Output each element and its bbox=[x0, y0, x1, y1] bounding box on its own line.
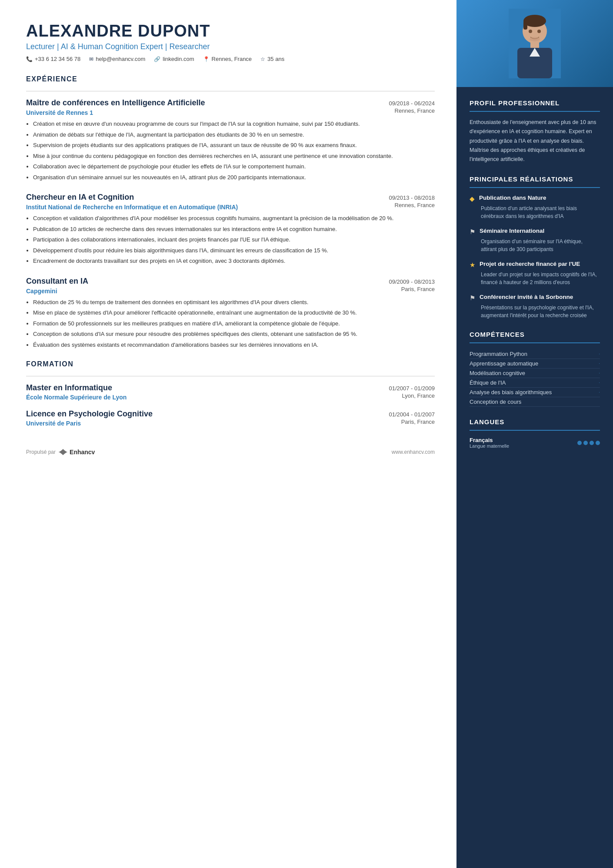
skill-name-2: Apprentissage automatique bbox=[470, 360, 538, 367]
footer-website: www.enhancv.com bbox=[392, 449, 435, 455]
edu-entry-2: Licence en Psychologie Cognitive 01/2004… bbox=[26, 409, 435, 427]
exp-title-1: Maître de conférences en Intelligence Ar… bbox=[26, 98, 205, 107]
edu-header-2: Licence en Psychologie Cognitive 01/2004… bbox=[26, 409, 435, 419]
exp-sub-3: Capgemini Paris, France bbox=[26, 286, 435, 295]
exp-org-1: Université de Rennes 1 bbox=[26, 109, 93, 116]
star-filled-icon: ★ bbox=[470, 261, 475, 269]
edu-title-1: Master en Informatique bbox=[26, 383, 112, 392]
svg-point-9 bbox=[530, 37, 540, 41]
edu-entry-1: Master en Informatique 01/2007 - 01/2009… bbox=[26, 383, 435, 401]
bullet: Évaluation des systèmes existants et rec… bbox=[33, 341, 435, 349]
exp-location-2: Rennes, France bbox=[395, 202, 435, 208]
location-icon: 📍 bbox=[203, 56, 210, 62]
contact-location: 📍 Rennes, France bbox=[203, 56, 252, 62]
exp-sub-1: Université de Rennes 1 Rennes, France bbox=[26, 107, 435, 117]
brand-name: Enhancv bbox=[70, 449, 95, 456]
exp-bullets-2: Conception et validation d'algorithmes d… bbox=[26, 214, 435, 265]
edu-title-2: Licence en Psychologie Cognitive bbox=[26, 409, 153, 419]
lang-level-1: Langue maternelle bbox=[470, 443, 509, 449]
lang-dot-3 bbox=[590, 441, 594, 445]
experience-divider bbox=[26, 91, 435, 91]
competences-divider bbox=[470, 342, 600, 343]
exp-bullets-3: Réduction de 25 % du temps de traitement… bbox=[26, 298, 435, 349]
exp-location-3: Paris, France bbox=[401, 286, 435, 292]
langues-divider bbox=[470, 430, 600, 431]
competences-section: COMPÉTENCES Programmation Python · Appre… bbox=[470, 331, 600, 407]
skill-item-2: Apprentissage automatique · bbox=[470, 359, 600, 369]
experience-entry-3: Consultant en IA 09/2009 - 08/2013 Capge… bbox=[26, 277, 435, 349]
edu-sub-2: Université de Paris Paris, France bbox=[26, 419, 435, 427]
svg-point-8 bbox=[537, 30, 541, 33]
realisation-title-1: Publication dans Nature bbox=[479, 194, 546, 202]
bullet: Supervision de projets étudiants sur des… bbox=[33, 141, 435, 150]
skill-item-1: Programmation Python · bbox=[470, 349, 600, 359]
bullet: Développement d'outils pour réduire les … bbox=[33, 246, 435, 255]
lang-dot-4 bbox=[596, 441, 600, 445]
realisation-desc-3: Leader d'un projet sur les impacts cogni… bbox=[470, 271, 600, 286]
exp-title-3: Consultant en IA bbox=[26, 277, 88, 286]
exp-date-1: 09/2018 - 06/2024 bbox=[389, 100, 435, 107]
realisation-item-3: ★ Projet de recherche financé par l'UE L… bbox=[470, 260, 600, 286]
exp-header-3: Consultant en IA 09/2009 - 08/2013 bbox=[26, 277, 435, 286]
lang-dots-1 bbox=[577, 441, 600, 445]
svg-rect-3 bbox=[523, 21, 527, 30]
profil-section: PROFIL PROFESSIONNEL Enthousiaste de l'e… bbox=[470, 99, 600, 164]
realisation-desc-1: Publication d'un article analysant les b… bbox=[470, 204, 600, 220]
skill-dot-5: · bbox=[599, 390, 600, 395]
svg-rect-4 bbox=[530, 42, 539, 48]
bullet: Conception et validation d'algorithmes d… bbox=[33, 214, 435, 223]
langues-title: LANGUES bbox=[470, 418, 600, 426]
realisation-item-4: ⚑ Conférencier invité à la Sorbonne Prés… bbox=[470, 293, 600, 319]
skill-name-5: Analyse des biais algorithmiques bbox=[470, 389, 552, 395]
realisation-header-1: ◆ Publication dans Nature bbox=[470, 194, 600, 203]
exp-org-3: Capgemini bbox=[26, 288, 57, 295]
skill-item-5: Analyse des biais algorithmiques · bbox=[470, 388, 600, 397]
footer-left: Propulsé par Enhancv bbox=[26, 449, 95, 456]
skill-item-3: Modélisation cognitive · bbox=[470, 369, 600, 378]
candidate-subtitle: Lecturer | AI & Human Cognition Expert |… bbox=[26, 42, 435, 51]
bullet: Encadrement de doctorants travaillant su… bbox=[33, 257, 435, 265]
skill-dot-3: · bbox=[599, 371, 600, 375]
star-icon: ☆ bbox=[260, 56, 265, 62]
profil-divider bbox=[470, 111, 600, 112]
edu-location-1: Lyon, France bbox=[402, 392, 435, 401]
experience-section: EXPÉRIENCE Maître de conférences en Inte… bbox=[26, 75, 435, 349]
bullet: Mise en place de systèmes d'IA pour amél… bbox=[33, 308, 435, 317]
skill-item-4: Éthique de l'IA · bbox=[470, 378, 600, 388]
edu-location-2: Paris, France bbox=[401, 419, 435, 427]
realisations-title: PRINCIPALES RÉALISATIONS bbox=[470, 175, 600, 183]
realisation-header-4: ⚑ Conférencier invité à la Sorbonne bbox=[470, 293, 600, 302]
contact-info: 📞 +33 6 12 34 56 78 ✉ help@enhancv.com 🔗… bbox=[26, 56, 435, 62]
edu-header-1: Master en Informatique 01/2007 - 01/2009 bbox=[26, 383, 435, 392]
exp-org-2: Institut National de Recherche en Inform… bbox=[26, 204, 238, 211]
skill-dot-1: · bbox=[599, 352, 600, 356]
contact-linkedin: 🔗 linkedin.com bbox=[154, 56, 194, 62]
link-icon: 🔗 bbox=[154, 56, 160, 62]
exp-location-1: Rennes, France bbox=[395, 107, 435, 114]
realisation-header-2: ⚑ Séminaire International bbox=[470, 227, 600, 236]
exp-date-3: 09/2009 - 08/2013 bbox=[389, 278, 435, 285]
avatar-placeholder bbox=[456, 0, 613, 87]
exp-header-2: Chercheur en IA et Cognition 09/2013 - 0… bbox=[26, 193, 435, 202]
avatar-svg bbox=[509, 9, 561, 78]
profil-text: Enthousiaste de l'enseignement avec plus… bbox=[470, 118, 600, 164]
bullet: Conception de solutions d'IA sur mesure … bbox=[33, 330, 435, 338]
email-icon: ✉ bbox=[89, 56, 93, 62]
resume-page: ALEXANDRE DUPONT Lecturer | AI & Human C… bbox=[0, 0, 613, 868]
competences-title: COMPÉTENCES bbox=[470, 331, 600, 338]
exp-header-1: Maître de conférences en Intelligence Ar… bbox=[26, 98, 435, 107]
photo-area bbox=[456, 0, 613, 87]
flag-icon-1: ⚑ bbox=[470, 228, 475, 236]
realisation-header-3: ★ Projet de recherche financé par l'UE bbox=[470, 260, 600, 269]
lang-name-1: Français bbox=[470, 437, 509, 443]
enhancv-logo: Enhancv bbox=[58, 449, 95, 456]
bullet: Création et mise en œuvre d'un nouveau p… bbox=[33, 120, 435, 128]
bullet: Organisation d'un séminaire annuel sur l… bbox=[33, 173, 435, 182]
formation-title: FORMATION bbox=[26, 360, 435, 368]
bullet: Mise à jour continue du contenu pédagogi… bbox=[33, 152, 435, 161]
realisation-title-3: Projet de recherche financé par l'UE bbox=[480, 260, 580, 268]
skill-dot-4: · bbox=[599, 380, 600, 385]
experience-title: EXPÉRIENCE bbox=[26, 75, 435, 83]
header: ALEXANDRE DUPONT Lecturer | AI & Human C… bbox=[26, 22, 435, 62]
contact-phone: 📞 +33 6 12 34 56 78 bbox=[26, 56, 80, 62]
